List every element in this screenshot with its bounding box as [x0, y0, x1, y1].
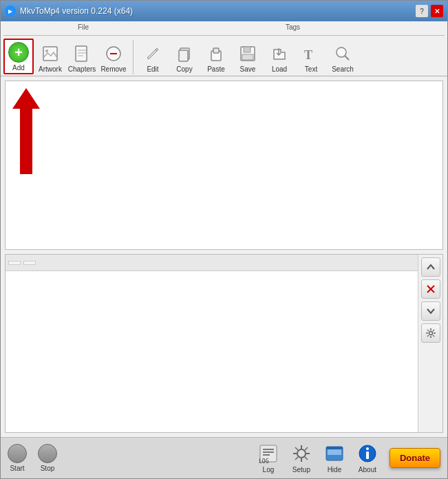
setup-button[interactable]: Setup	[290, 443, 312, 473]
bottom-panel	[5, 254, 443, 433]
stop-circle	[38, 444, 57, 463]
toolbar-area: Add Artwork	[1, 32, 447, 76]
svg-rect-10	[179, 50, 188, 61]
hide-icon	[323, 443, 345, 465]
move-up-button[interactable]	[421, 257, 440, 277]
bottom-panel-header	[6, 255, 418, 271]
hide-button[interactable]: Hide	[323, 443, 345, 473]
svg-line-29	[427, 335, 429, 337]
svg-point-17	[337, 47, 346, 57]
about-icon	[356, 443, 378, 465]
log-button[interactable]: LOG Log	[257, 443, 279, 473]
chapters-button[interactable]: Chapters	[67, 41, 97, 74]
svg-line-42	[305, 447, 308, 450]
svg-point-1	[45, 50, 48, 52]
load-icon	[268, 43, 290, 65]
load-button[interactable]: Load	[264, 41, 295, 74]
save-label: Save	[240, 65, 256, 73]
edit-button[interactable]: Edit	[138, 41, 168, 74]
chapters-icon	[71, 43, 93, 65]
titlebar: MkvToMp4 version 0.224 (x64) ? ✕	[1, 1, 447, 21]
bottom-panel-body	[6, 271, 418, 432]
log-label: Log	[263, 466, 275, 473]
remove-side-button[interactable]	[421, 279, 440, 299]
search-label: Search	[332, 65, 354, 73]
titlebar-left: MkvToMp4 version 0.224 (x64)	[5, 6, 133, 17]
svg-rect-12	[213, 48, 219, 53]
up-arrow	[12, 88, 40, 174]
svg-line-28	[433, 330, 434, 331]
save-button[interactable]: Save	[233, 41, 263, 74]
svg-rect-47	[326, 447, 343, 449]
add-button[interactable]: Add	[3, 39, 34, 74]
svg-line-18	[345, 56, 349, 60]
text-label: Text	[305, 65, 317, 73]
svg-text:LOG: LOG	[259, 458, 269, 465]
settings-side-button[interactable]	[421, 323, 440, 343]
svg-rect-2	[76, 46, 87, 61]
search-button[interactable]: Search	[328, 41, 358, 74]
load-label: Load	[272, 65, 287, 73]
titlebar-buttons: ? ✕	[416, 5, 443, 17]
setup-label: Setup	[292, 466, 310, 473]
setup-icon	[290, 443, 312, 465]
hide-label: Hide	[328, 466, 342, 473]
edit-icon	[142, 43, 164, 65]
log-icon: LOG	[257, 443, 279, 465]
save-icon	[237, 43, 259, 65]
svg-rect-50	[366, 451, 369, 459]
tags-group-label: Tags	[141, 21, 445, 32]
copy-icon	[173, 43, 195, 65]
app-icon	[5, 6, 16, 17]
side-buttons	[418, 255, 442, 432]
remove-button[interactable]: Remove	[98, 41, 129, 74]
svg-point-49	[366, 447, 369, 450]
text-icon: T	[300, 43, 322, 65]
move-down-button[interactable]	[421, 301, 440, 321]
chapters-label: Chapters	[68, 65, 96, 73]
stop-button[interactable]: Stop	[38, 444, 57, 472]
about-button[interactable]: About	[356, 443, 378, 473]
text-button[interactable]: T Text	[296, 41, 326, 74]
svg-text:T: T	[304, 48, 312, 62]
copy-button[interactable]: Copy	[169, 41, 200, 74]
toolbar-row: Add Artwork	[3, 35, 445, 74]
help-button[interactable]: ?	[416, 5, 428, 17]
artwork-icon	[39, 43, 61, 65]
svg-rect-14	[244, 47, 250, 52]
copy-label: Copy	[176, 65, 192, 73]
svg-line-40	[295, 447, 298, 450]
paste-button[interactable]: Paste	[201, 41, 231, 74]
window-title: MkvToMp4 version 0.224 (x64)	[20, 6, 133, 16]
edit-label: Edit	[147, 65, 158, 73]
remove-icon	[103, 43, 125, 65]
start-circle	[8, 444, 27, 463]
svg-point-21	[429, 332, 432, 335]
add-icon	[8, 41, 30, 63]
paste-label: Paste	[207, 65, 225, 73]
close-button[interactable]: ✕	[431, 5, 443, 17]
remove-label: Remove	[100, 65, 126, 73]
col-header-2[interactable]	[23, 261, 36, 265]
toolbar-sep	[133, 40, 134, 74]
bottom-panel-main	[6, 255, 418, 432]
stop-label: Stop	[41, 465, 55, 472]
svg-line-27	[433, 335, 434, 337]
add-label: Add	[12, 64, 25, 72]
artwork-button[interactable]: Artwork	[35, 41, 65, 74]
main-window: MkvToMp4 version 0.224 (x64) ? ✕ File Ta…	[0, 0, 448, 479]
paste-icon	[205, 43, 227, 65]
top-panel	[5, 81, 443, 250]
col-header-1[interactable]	[8, 261, 21, 265]
file-group-label: File	[28, 21, 138, 32]
svg-rect-46	[328, 455, 341, 459]
donate-button[interactable]: Donate	[390, 448, 440, 468]
start-label: Start	[10, 465, 24, 472]
start-button[interactable]: Start	[8, 444, 27, 472]
main-area	[1, 76, 447, 437]
svg-line-26	[427, 330, 429, 331]
about-label: About	[359, 466, 376, 473]
search-icon	[332, 43, 354, 65]
artwork-label: Artwork	[39, 65, 62, 73]
svg-point-35	[297, 449, 306, 458]
